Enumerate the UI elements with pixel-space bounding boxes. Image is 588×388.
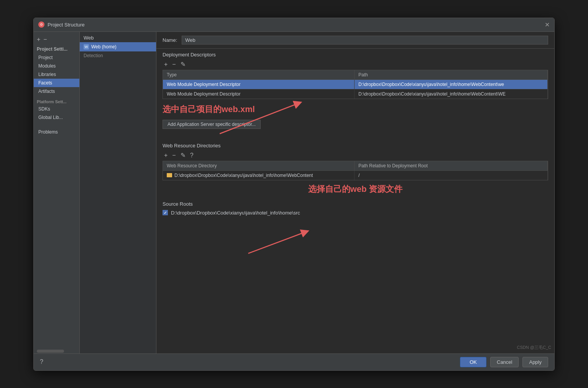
middle-item-web-home[interactable]: W Web (home): [80, 42, 156, 51]
sidebar-item-sdks[interactable]: SDKs: [34, 105, 79, 113]
name-row: Name:: [156, 32, 554, 49]
ok-button[interactable]: OK: [460, 357, 486, 367]
sidebar-item-problems[interactable]: Problems: [34, 128, 79, 136]
folder-icon: [167, 173, 172, 177]
web-resource-table: Web Resource Directory Path Relative to …: [163, 161, 548, 180]
annotation-web-resource: 选择自己的web 资源文件: [156, 180, 554, 198]
apply-button[interactable]: Apply: [522, 357, 548, 367]
wr-dir-cell: D:\dropbox\Dropbox\Code\xianyu\java\hote…: [163, 171, 355, 180]
sidebar-remove-btn[interactable]: −: [43, 36, 47, 43]
wr-remove-btn[interactable]: −: [171, 152, 177, 159]
web-home-icon: W: [84, 44, 89, 50]
col-path-header: Path: [355, 70, 548, 79]
table-row[interactable]: Web Module Deployment Descriptor D:\drop…: [163, 80, 548, 89]
watermark: CSDN @三毛C_C: [517, 345, 551, 350]
deployment-descriptors-title: Deployment Descriptors: [156, 49, 554, 59]
cancel-button[interactable]: Cancel: [490, 357, 519, 367]
middle-detection-label: Detection: [80, 51, 156, 60]
sidebar-item-modules[interactable]: Modules: [34, 62, 79, 70]
web-resource-row[interactable]: D:\dropbox\Dropbox\Code\xianyu\java\hote…: [163, 171, 548, 180]
wr-col-dir-header: Web Resource Directory: [163, 161, 355, 170]
dd-path-cell-2: D:\dropbox\Dropbox\Code\xianyu\java\hote…: [355, 89, 548, 99]
dd-type-cell-2: Web Module Deployment Descriptor: [163, 89, 355, 99]
middle-panel: Web W Web (home) Detection: [80, 32, 156, 353]
sidebar-item-artifacts[interactable]: Artifacts: [34, 87, 79, 96]
sidebar-item-facets[interactable]: Facets: [34, 79, 79, 87]
sidebar-item-global-libs[interactable]: Global Lib...: [34, 113, 79, 122]
source-roots-title: Source Roots: [163, 201, 193, 207]
name-input[interactable]: [182, 36, 548, 45]
source-roots-section: Source Roots: [156, 198, 554, 208]
project-settings-label: Project Setti...: [34, 46, 79, 53]
name-label: Name:: [163, 37, 177, 43]
wr-edit-btn[interactable]: ✎: [179, 152, 187, 159]
sidebar: + − Project Setti... Project Modules Lib…: [34, 32, 80, 353]
close-button[interactable]: ✕: [545, 21, 550, 28]
add-button-row: Add Application Server specific descript…: [156, 118, 554, 132]
section-divider-1: [156, 132, 554, 140]
deployment-toolbar: + − ✎: [156, 59, 554, 70]
col-type-header: Type: [163, 70, 355, 79]
platform-settings-label: Platform Sett...: [34, 97, 79, 105]
wr-add-btn[interactable]: +: [163, 152, 169, 159]
wr-path-cell: /: [355, 171, 548, 180]
main-content: Name: Deployment Descriptors + − ✎ Type …: [156, 32, 554, 353]
wr-table-header: Web Resource Directory Path Relative to …: [163, 161, 548, 171]
sidebar-scrollbar[interactable]: [37, 350, 64, 353]
dd-add-btn[interactable]: +: [163, 61, 169, 68]
dd-type-cell-1: Web Module Deployment Descriptor: [163, 80, 355, 89]
dialog-content: + − Project Setti... Project Modules Lib…: [34, 32, 554, 353]
app-icon: ⚙: [38, 21, 44, 28]
sidebar-item-project[interactable]: Project: [34, 53, 79, 62]
dd-path-cell-1: D:\dropbox\Dropbox\Code\xianyu\java\hote…: [355, 80, 548, 89]
table-row[interactable]: Web Module Deployment Descriptor D:\drop…: [163, 89, 548, 99]
bottom-bar: ? OK Cancel Apply: [34, 353, 554, 370]
deployment-table: Type Path Web Module Deployment Descript…: [163, 70, 548, 99]
middle-header: Web: [80, 32, 156, 42]
source-root-checkbox[interactable]: ✓: [163, 210, 168, 215]
dd-remove-btn[interactable]: −: [171, 61, 177, 68]
title-bar: ⚙ Project Structure ✕: [34, 18, 554, 32]
svg-line-1: [248, 232, 305, 253]
source-roots-row: ✓ D:\dropbox\Dropbox\Code\xianyu\java\ho…: [156, 208, 554, 217]
source-root-path: D:\dropbox\Dropbox\Code\xianyu\java\hote…: [171, 210, 300, 216]
sidebar-add-btn[interactable]: +: [37, 36, 40, 43]
project-structure-dialog: ⚙ Project Structure ✕ + − Project Setti.…: [33, 18, 555, 371]
web-resource-toolbar: + − ✎ ?: [156, 150, 554, 161]
help-button[interactable]: ?: [40, 358, 43, 365]
wr-help-btn[interactable]: ?: [189, 152, 195, 159]
dialog-title: Project Structure: [48, 22, 545, 28]
add-descriptor-button[interactable]: Add Application Server specific descript…: [163, 120, 261, 129]
sidebar-toolbar: + −: [34, 35, 79, 44]
web-resource-title: Web Resource Directories: [156, 140, 554, 150]
sidebar-item-libraries[interactable]: Libraries: [34, 70, 79, 79]
dd-edit-btn[interactable]: ✎: [179, 61, 187, 68]
wr-col-path-header: Path Relative to Deployment Root: [355, 161, 548, 170]
table-header-row: Type Path: [163, 70, 548, 80]
annotation-webxml: 选中自己项目的web.xml: [156, 99, 554, 118]
